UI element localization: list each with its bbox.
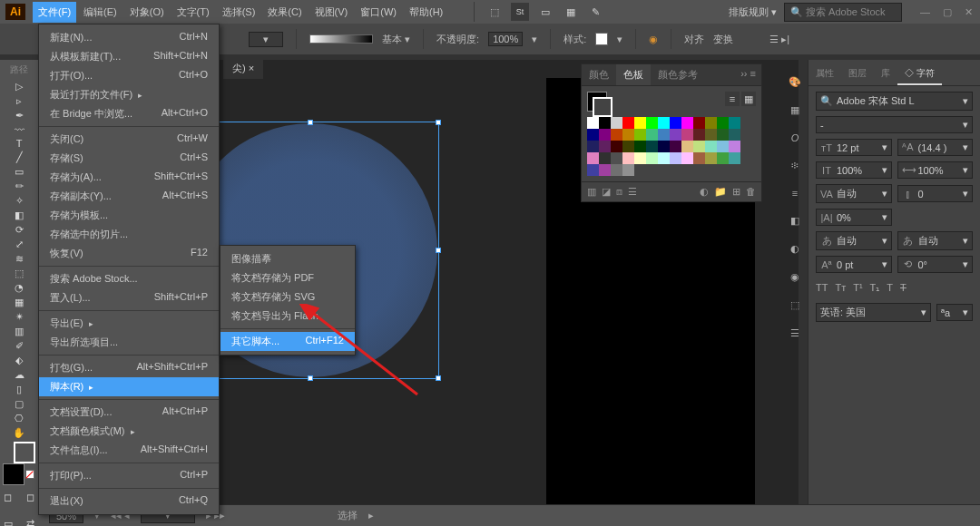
eraser-tool[interactable]: ◧ (9, 209, 29, 221)
document-tab[interactable]: 尖) × (223, 58, 263, 79)
graphic-styles-icon[interactable]: ⬚ (790, 299, 799, 311)
shaper-tool[interactable]: ✧ (9, 195, 29, 207)
swatch-new-icon[interactable]: ⊞ (732, 186, 740, 198)
swatch-cell[interactable] (622, 141, 634, 152)
draw-normal[interactable]: ◻ (0, 487, 18, 507)
swatch-group-icon[interactable]: ☰ (628, 186, 637, 198)
swatch-cell[interactable] (693, 129, 705, 141)
close-button[interactable]: ✕ (965, 6, 973, 18)
symbol-tool[interactable]: ☁ (9, 369, 29, 381)
character-tab[interactable]: ◇ 字符 (897, 63, 942, 85)
swatch-cell[interactable] (634, 117, 646, 129)
swatch-cell[interactable] (681, 117, 693, 129)
swatch-delete-icon[interactable]: 🗑 (746, 186, 756, 198)
colorguide-tab[interactable]: 颜色参考 (651, 64, 705, 85)
recolor-icon[interactable]: ◉ (649, 34, 658, 45)
swatch-cell[interactable] (646, 129, 658, 141)
file-menu-item[interactable]: 搜索 Adobe Stock... (39, 269, 219, 288)
swatch-cell[interactable] (587, 141, 599, 152)
swatch-cell[interactable] (681, 141, 693, 152)
perspective-tool[interactable]: ▦ (9, 297, 29, 308)
screen-mode[interactable]: ▭ (0, 513, 18, 526)
file-menu-item[interactable]: 置入(L)...Shift+Ctrl+P (39, 288, 219, 307)
swatch-cell[interactable] (658, 117, 670, 129)
swatch-cell[interactable] (646, 141, 658, 152)
swatch-cell[interactable] (587, 164, 599, 176)
gradient-tool[interactable]: ▥ (9, 326, 29, 337)
brush-panel-icon[interactable]: O (791, 132, 799, 143)
grid-view-icon[interactable]: ▦ (741, 92, 756, 106)
swatch-cell[interactable] (705, 117, 717, 129)
file-menu-item[interactable]: 导出所选项目... (39, 333, 219, 352)
list-view-icon[interactable]: ≡ (725, 92, 740, 106)
graph-tool[interactable]: ▯ (9, 384, 29, 395)
swatch-cell[interactable] (658, 129, 670, 141)
swatch-cell[interactable] (634, 141, 646, 152)
menu-文件(F)[interactable]: 文件(F) (33, 2, 76, 23)
opacity-value[interactable]: 100% (488, 32, 523, 46)
layers-tab[interactable]: 图层 (841, 63, 874, 85)
swatch-cell[interactable] (634, 129, 646, 141)
doc-icon[interactable]: ▭ (536, 3, 554, 21)
file-menu-item[interactable]: 新建(N)...Ctrl+N (39, 28, 219, 47)
wand-icon[interactable]: ✎ (587, 3, 605, 21)
file-menu-item[interactable]: 存储副本(Y)...Alt+Ctrl+S (39, 187, 219, 206)
swatch-cell[interactable] (717, 117, 729, 129)
tracking-field[interactable]: ⫿0▾ (897, 185, 974, 202)
symbols-panel-icon[interactable]: ፨ (791, 160, 799, 171)
baseline-field[interactable]: Aª0 pt▾ (816, 256, 892, 273)
file-menu-item[interactable]: 退出(X)Ctrl+Q (39, 492, 219, 511)
transparency-panel-icon[interactable]: ◐ (790, 243, 799, 255)
font-style-field[interactable]: -▾ (816, 116, 973, 133)
libraries-tab[interactable]: 库 (874, 63, 897, 85)
aki-field[interactable]: あ自动▾ (897, 231, 974, 250)
file-menu-item[interactable]: 脚本(R) (39, 377, 219, 396)
scale-tool[interactable]: ⤢ (9, 239, 29, 250)
type-transform-row[interactable]: TTTтT¹T₁TT (816, 278, 973, 297)
file-menu-item[interactable]: 存储为模板... (39, 206, 219, 225)
swatch-cell[interactable] (611, 141, 622, 152)
blend-tool[interactable]: ⬖ (9, 355, 29, 366)
char-rotate-field[interactable]: ⟲0°▾ (897, 256, 974, 273)
swatch-cell[interactable] (681, 129, 693, 141)
swatch-cell[interactable] (729, 141, 740, 152)
swatch-cell[interactable] (599, 152, 611, 164)
language-field[interactable]: 英语: 美国▾ (816, 303, 931, 322)
file-menu-item[interactable]: 存储选中的切片... (39, 225, 219, 244)
line-tool[interactable]: ╱ (9, 151, 29, 163)
rotate-tool[interactable]: ⟳ (9, 224, 29, 236)
file-menu-item[interactable]: 在 Bridge 中浏览...Alt+Ctrl+O (39, 104, 219, 123)
appearance-panel-icon[interactable]: ◉ (790, 271, 799, 283)
menu-对象(O)[interactable]: 对象(O) (124, 2, 170, 23)
swatch-cell[interactable] (611, 164, 622, 176)
file-menu-item[interactable]: 恢复(V)F12 (39, 244, 219, 263)
file-menu-item[interactable]: 存储为(A)...Shift+Ctrl+S (39, 168, 219, 187)
artboard-tool[interactable]: ▢ (9, 398, 29, 410)
swatch-cell[interactable] (611, 152, 622, 164)
swatch-cell[interactable] (729, 152, 740, 164)
swatch-cell[interactable] (670, 129, 681, 141)
hand-tool[interactable]: ✋ (9, 427, 29, 439)
vscale-field[interactable]: IT100%▾ (816, 161, 892, 179)
file-menu-item[interactable]: 文档颜色模式(M) (39, 422, 219, 441)
swatch-cell[interactable] (622, 129, 634, 141)
properties-tab[interactable]: 属性 (808, 63, 841, 85)
tsume-field[interactable]: あ自动▾ (816, 231, 892, 250)
panel-collapse-icon[interactable]: ›› ≡ (735, 64, 761, 85)
swatch-color-icon[interactable]: ◐ (700, 186, 709, 198)
swatch-cell[interactable] (693, 141, 705, 152)
menu-编辑(E)[interactable]: 编辑(E) (78, 2, 122, 23)
swatch-cell[interactable] (611, 129, 622, 141)
rectangle-tool[interactable]: ▭ (9, 166, 29, 178)
mesh-tool[interactable]: ✴ (9, 311, 29, 323)
file-menu-item[interactable]: 文件信息(I)...Alt+Shift+Ctrl+I (39, 441, 219, 460)
swatch-cell[interactable] (729, 129, 740, 141)
swatch-kind-icon[interactable]: ◪ (602, 186, 611, 198)
swatch-cell[interactable] (622, 117, 634, 129)
swatch-cell[interactable] (729, 117, 740, 129)
menu-文字(T)[interactable]: 文字(T) (172, 2, 215, 23)
font-size-field[interactable]: тT12 pt▾ (816, 139, 892, 156)
direct-select-tool[interactable]: ▹ (9, 95, 29, 107)
swatch-cell[interactable] (658, 141, 670, 152)
swatches-tab[interactable]: 色板 (616, 64, 651, 85)
